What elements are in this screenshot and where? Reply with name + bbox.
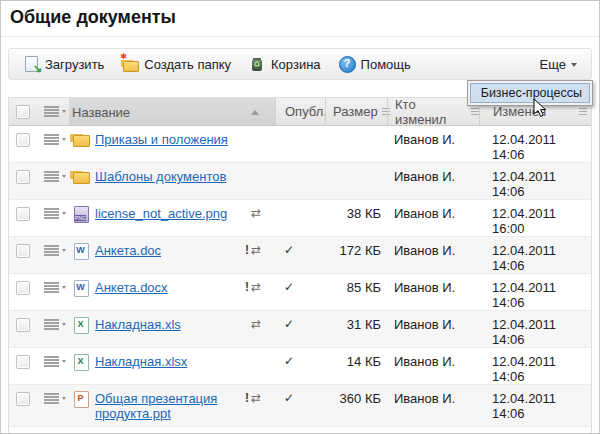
column-header-modified-by[interactable]: Кто изменил xyxy=(387,98,479,125)
documents-table: Название Опубл. Размер Кто изменил Измен… xyxy=(8,97,592,434)
column-header-published[interactable]: Опубл. xyxy=(275,98,325,125)
toolbar-button-icon xyxy=(249,56,266,72)
workflow-status-icon xyxy=(245,391,267,405)
row-checkbox[interactable] xyxy=(16,244,30,258)
file-size xyxy=(325,163,387,169)
file-size: 14 КБ xyxy=(325,348,387,369)
column-header-published-label: Опубл. xyxy=(285,104,327,119)
modified-by: Иванов И. xyxy=(387,427,479,434)
workflow-status-icon xyxy=(251,206,267,220)
file-type-icon xyxy=(72,317,89,333)
file-type-icon xyxy=(72,280,89,296)
page-title: Общие документы xyxy=(10,7,599,28)
published-mark: ✓ xyxy=(275,274,325,294)
document-link[interactable]: Анкета.docx xyxy=(95,280,168,295)
row-menu-button[interactable] xyxy=(44,393,59,404)
table-row: Общая презентация продукта.pptx ✓ 295 КБ… xyxy=(9,427,591,434)
table-row: Шаблоны документов Иванов И. 12.04.2011 … xyxy=(9,163,591,200)
toolbar-button-label: Загрузить xyxy=(45,57,104,72)
row-menu-button[interactable] xyxy=(44,134,59,145)
toolbar-button-label: Помощь xyxy=(361,57,411,72)
row-checkbox[interactable] xyxy=(16,133,30,147)
modified-date: 12.04.2011 14:06 xyxy=(479,311,591,347)
title-divider xyxy=(1,36,599,37)
document-link[interactable]: Шаблоны документов xyxy=(95,169,226,184)
modified-by: Иванов И. xyxy=(387,311,479,332)
row-menu-button[interactable] xyxy=(44,171,59,182)
toolbar: Загрузить Создать папку Корзина Помощь xyxy=(8,48,592,80)
row-menu-button[interactable] xyxy=(44,245,59,256)
chevron-down-icon xyxy=(571,63,577,67)
more-button[interactable]: Еще xyxy=(534,54,583,75)
table-row: Анкета.doc ✓ 172 КБ Иванов И. 12.04.2011… xyxy=(9,237,591,274)
column-header-name-label: Название xyxy=(72,105,130,120)
column-header-modified-by-label: Кто изменил xyxy=(395,97,467,127)
file-size: 31 КБ xyxy=(325,311,387,332)
toolbar-button[interactable]: Помощь xyxy=(333,53,417,75)
row-menu-button[interactable] xyxy=(44,319,59,330)
row-checkbox[interactable] xyxy=(16,170,30,184)
select-all-checkbox[interactable] xyxy=(16,105,30,119)
more-button-label: Еще xyxy=(540,57,566,72)
toolbar-button[interactable]: Создать папку xyxy=(116,53,237,75)
document-link[interactable]: Накладная.xls xyxy=(95,317,181,332)
document-link[interactable]: Приказы и положения xyxy=(95,132,228,147)
modified-date: 12.04.2011 14:06 xyxy=(479,163,591,199)
column-header-size[interactable]: Размер xyxy=(325,98,387,125)
table-row: Накладная.xlsx ✓ 14 КБ Иванов И. 12.04.2… xyxy=(9,348,591,385)
workflow-status-icon xyxy=(245,280,267,294)
published-mark: ✓ xyxy=(275,348,325,368)
column-header-size-label: Размер xyxy=(333,104,378,119)
document-link[interactable]: Общая презентация продукта.ppt xyxy=(95,391,239,421)
row-checkbox[interactable] xyxy=(16,281,30,295)
row-checkbox[interactable] xyxy=(16,392,30,406)
workflow-status-icon xyxy=(251,317,267,331)
dropdown-item-business-processes[interactable]: Бизнес-процессы xyxy=(470,83,590,103)
document-link[interactable]: Анкета.doc xyxy=(95,243,161,258)
column-header-name[interactable]: Название xyxy=(69,98,275,125)
row-checkbox[interactable] xyxy=(16,355,30,369)
documents-panel: Общие документы Загрузить Создать папку … xyxy=(0,0,600,434)
row-menu-button[interactable] xyxy=(44,356,59,367)
file-type-icon xyxy=(72,243,89,259)
published-mark: ✓ xyxy=(275,427,325,434)
column-menu-icon[interactable] xyxy=(471,108,479,115)
published-mark: ✓ xyxy=(275,385,325,405)
published-mark xyxy=(275,200,325,206)
toolbar-button-label: Создать папку xyxy=(144,57,231,72)
table-row: license_not_active.png 38 КБ Иванов И. 1… xyxy=(9,200,591,237)
file-size: 38 КБ xyxy=(325,200,387,221)
toolbar-button[interactable]: Загрузить xyxy=(17,53,110,75)
modified-by: Иванов И. xyxy=(387,385,479,406)
document-link[interactable]: license_not_active.png xyxy=(95,206,227,221)
grid-actions-menu-icon[interactable] xyxy=(44,106,59,117)
modified-date: 12.04.2011 14:06 xyxy=(479,427,591,434)
file-type-icon xyxy=(72,206,89,222)
column-menu-icon[interactable] xyxy=(579,108,587,115)
row-checkbox[interactable] xyxy=(16,318,30,332)
table-row: Приказы и положения Иванов И. 12.04.2011… xyxy=(9,126,591,163)
table-row: Накладная.xls ✓ 31 КБ Иванов И. 12.04.20… xyxy=(9,311,591,348)
modified-by: Иванов И. xyxy=(387,274,479,295)
modified-date: 12.04.2011 14:06 xyxy=(479,237,591,273)
row-menu-button[interactable] xyxy=(44,282,59,293)
toolbar-button-icon xyxy=(339,56,356,72)
toolbar-button-icon xyxy=(23,56,40,72)
toolbar-button-icon xyxy=(122,56,139,72)
row-checkbox[interactable] xyxy=(16,207,30,221)
toolbar-button[interactable]: Корзина xyxy=(243,53,327,75)
table-body: Приказы и положения Иванов И. 12.04.2011… xyxy=(9,126,591,434)
modified-date: 12.04.2011 14:06 xyxy=(479,348,591,384)
modified-date: 12.04.2011 16:00 xyxy=(479,200,591,236)
file-type-icon xyxy=(72,354,89,370)
modified-date: 12.04.2011 14:06 xyxy=(479,274,591,310)
table-row: Общая презентация продукта.ppt ✓ 360 КБ … xyxy=(9,385,591,427)
toolbar-button-label: Корзина xyxy=(271,57,321,72)
modified-by: Иванов И. xyxy=(387,200,479,221)
row-menu-button[interactable] xyxy=(44,208,59,219)
header-select-all xyxy=(9,98,37,125)
published-mark: ✓ xyxy=(275,311,325,331)
document-link[interactable]: Накладная.xlsx xyxy=(95,354,187,369)
toolbar-buttons: Загрузить Создать папку Корзина Помощь xyxy=(17,53,423,75)
file-type-icon xyxy=(72,169,89,185)
